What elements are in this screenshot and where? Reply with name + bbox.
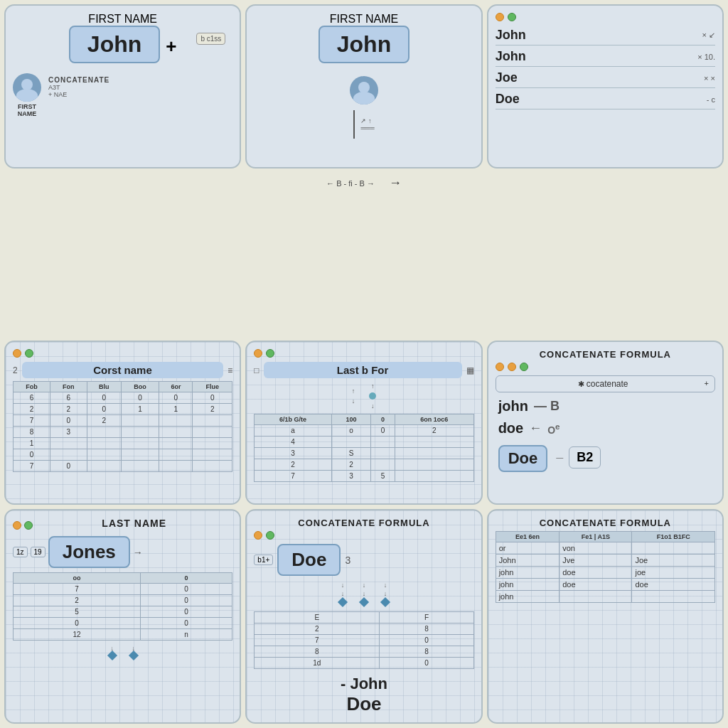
arrow-up-1: ↑: [352, 387, 355, 395]
grid-table-r2c1: Fob Fon Blu Boo 6or Flue 66 00 00 22 01: [13, 381, 232, 472]
th-fob: Fob: [14, 382, 50, 392]
diamond-r3c2c: [380, 597, 390, 607]
table-row-doe: Doe - c: [496, 90, 715, 109]
th-col2: 100: [331, 414, 370, 425]
table-row-john-2: John × 10.: [496, 47, 715, 67]
table-row: 22 01 12: [14, 404, 232, 415]
table-row: john doe doe: [496, 579, 714, 591]
win-bar-r3c2: [254, 531, 473, 540]
num-label-r2c1: 2: [13, 365, 18, 375]
name-john-1: John: [496, 28, 700, 43]
concat-dash-b: — B: [534, 399, 560, 414]
cell-r3c2: CONCATENATE FORMULA b1+ Doe 3 ↓ ↓ ↓ ↓ ↓ …: [245, 509, 482, 724]
table-row: 66 00 00: [14, 392, 232, 404]
table-row: 12n: [14, 629, 232, 641]
cell-header-r2c1: 2 Corst name ≡: [13, 362, 232, 378]
last-name-jones: Jones: [48, 536, 130, 568]
win-btn-green-r2c3[interactable]: [520, 363, 528, 371]
result-john: - John: [254, 675, 473, 693]
concat-result-tag: —: [556, 454, 563, 461]
tag2-r3c2: 3: [345, 555, 350, 566]
diamond-r3c2a: [338, 597, 348, 607]
concat-formula-title-r2c3: CONCATENATE FORMULA: [496, 349, 715, 360]
first-name-box-1: John: [69, 26, 160, 63]
concat-sub2: + NAE: [48, 91, 67, 98]
th-fe1-a1s: Fe1 | A1S: [560, 532, 632, 542]
cell-r3c3: CONCATENATE FORMULA Ee1 6en Fe1 | A1S F1…: [487, 509, 724, 724]
table-row: 20: [14, 595, 232, 606]
th-col1: 6/1b G/te: [255, 414, 331, 425]
win-btn-green-r3c1[interactable]: [24, 521, 33, 530]
cell-r1c2-title: FIRST NAME: [330, 13, 399, 26]
concat-row-john: john — B: [498, 398, 712, 414]
win-btn-orange-r2c3a[interactable]: [496, 363, 504, 371]
line-indicator: ═══: [360, 124, 374, 132]
doe-name-box: Doe: [277, 544, 341, 576]
concat-label: CONCATENATE: [48, 76, 109, 84]
cell-r1c1: FIRST NAME John + b c1ss FIRSTNAME CONCA…: [4, 4, 241, 168]
grid-table-r3c1: oo 0 70 20 50 00 12n: [13, 572, 232, 641]
win-btn-orange-1[interactable]: [496, 13, 504, 21]
win-btn-green-r3c2[interactable]: [266, 531, 274, 540]
formula-star: ✱: [578, 380, 587, 388]
icon-john-1: × ↙: [702, 31, 715, 40]
table-row: 70: [255, 635, 473, 646]
nav-left-label: ← B - fi - B →: [326, 179, 375, 188]
cell-r1c1-title: FIRST NAME: [88, 13, 157, 26]
header-title-r2c1: Corst name: [22, 362, 224, 378]
th-blu: Blu: [87, 382, 121, 392]
win-btn-green-r2c1[interactable]: [25, 349, 33, 358]
down-arr-3: ↓: [363, 582, 366, 589]
down-arr-4: ↓: [363, 590, 366, 597]
tag1-r3c1: 1z: [13, 547, 28, 557]
table-row-joe: Joe × ×: [496, 68, 715, 88]
concat-formula-title-r3c3: CONCATENATE FORMULA: [496, 518, 715, 528]
th-ee1-6en: Ee1 6en: [496, 532, 560, 542]
down-arr-2: ↓: [341, 590, 345, 597]
first-name-box-2: John: [318, 26, 410, 63]
icon-john-2: × 10.: [697, 53, 715, 61]
th-col4: 6on 1oc6: [395, 414, 473, 425]
win-btn-orange-r2c1[interactable]: [13, 349, 21, 358]
table-row: 88: [255, 646, 473, 658]
win-btn-green-r2c2[interactable]: [266, 349, 274, 358]
concat-dash-arrow: ←: [529, 421, 542, 436]
grid-table-r2c2: 6/1b G/te 100 0 6on 1oc6 ao 02 4 3S: [254, 414, 473, 482]
win-bar-r2c2: [254, 349, 473, 358]
th-flue: Flue: [193, 382, 232, 392]
menu-icon-r2c2: ▦: [466, 365, 474, 375]
win-btn-orange-r3c2a[interactable]: [254, 531, 262, 540]
icon-doe: - c: [707, 95, 715, 104]
table-row: 00: [14, 618, 232, 629]
table-row: 4: [255, 437, 473, 448]
cell-r1c2: FIRST NAME John ↗ ↑ ═══: [245, 4, 482, 168]
arrow-jones: →: [133, 547, 143, 558]
arrow-down-2: ↓: [371, 402, 375, 410]
table-row: or von: [496, 542, 714, 555]
th-boo: Boo: [121, 382, 159, 392]
menu-icon-r2c1: ≡: [228, 365, 232, 375]
concat-sub1: A3T: [48, 84, 60, 91]
down-arr-5: ↓: [384, 582, 387, 589]
table-row: 70 2: [14, 415, 232, 427]
num-label-r2c2: □: [254, 365, 259, 375]
cell-r2c1: 2 Corst name ≡ Fob Fon Blu Boo 6or Flue …: [4, 341, 241, 505]
name-john-2: John: [496, 49, 695, 64]
table-row-john-1: John × ↙: [496, 26, 715, 46]
win-btn-orange-r2c2[interactable]: [254, 349, 262, 358]
plus-icon: +: [166, 36, 176, 58]
nav-arrow-right: →: [389, 176, 402, 191]
bottom-right-table: Ee1 6en Fe1 | A1S F1o1 B1FC or von John …: [496, 531, 715, 603]
th-0: 0: [140, 573, 232, 584]
win-bar-1: [496, 13, 715, 21]
win-btn-orange-r3c1a[interactable]: [13, 521, 21, 530]
name-joe: Joe: [496, 70, 701, 85]
tag1-r3c2: b1+: [254, 555, 273, 565]
th-col3: 0: [371, 414, 395, 425]
win-btn-orange-r2c3b[interactable]: [508, 363, 516, 371]
table-row: ao 02: [255, 425, 473, 437]
table-row: 0: [14, 449, 232, 461]
first-name-sub: FIRSTNAME: [18, 103, 37, 117]
win-btn-green-1[interactable]: [508, 13, 516, 21]
cell-header-r2c2: □ Last b For ▦: [254, 362, 473, 378]
